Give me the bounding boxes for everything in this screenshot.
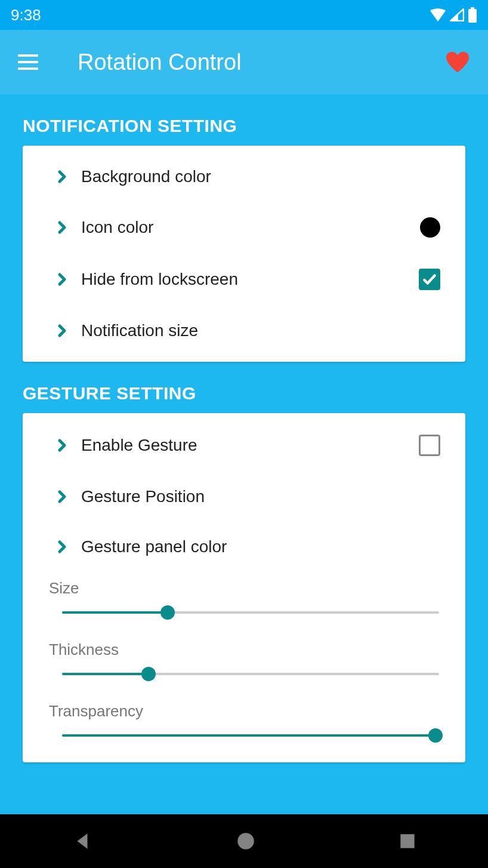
row-label: Icon color <box>81 218 420 237</box>
status-bar: 9:38 <box>0 0 488 30</box>
heart-icon[interactable] <box>445 51 470 73</box>
chevron-right-icon <box>55 324 69 338</box>
slider-thumb[interactable] <box>428 728 443 743</box>
slider-label: Size <box>49 579 439 598</box>
chevron-right-icon <box>55 170 69 184</box>
check-icon <box>422 272 437 287</box>
content: NOTIFICATION SETTING Background color Ic… <box>0 116 488 762</box>
hide-lockscreen-checkbox[interactable] <box>419 269 440 290</box>
signal-icon <box>450 8 464 21</box>
slider-fill <box>62 734 436 737</box>
svg-rect-3 <box>400 834 414 848</box>
chevron-right-icon <box>55 490 69 504</box>
section-header-notification: NOTIFICATION SETTING <box>23 116 465 136</box>
chevron-right-icon <box>55 438 69 453</box>
row-label: Notification size <box>81 321 440 340</box>
chevron-right-icon <box>55 272 69 287</box>
back-button[interactable] <box>72 831 92 851</box>
app-title: Rotation Control <box>78 50 445 75</box>
slider-thumb[interactable] <box>160 605 175 620</box>
row-background-color[interactable]: Background color <box>23 152 465 202</box>
menu-button[interactable] <box>18 50 42 74</box>
svg-rect-1 <box>468 9 477 23</box>
enable-gesture-checkbox[interactable] <box>419 435 440 456</box>
slider-label: Transparency <box>49 702 439 721</box>
row-label: Gesture panel color <box>81 537 440 556</box>
slider-transparency[interactable] <box>62 729 439 742</box>
recent-button[interactable] <box>399 833 416 849</box>
battery-icon <box>468 7 477 23</box>
row-icon-color[interactable]: Icon color <box>23 202 465 253</box>
slider-thumb[interactable] <box>141 667 156 681</box>
row-gesture-position[interactable]: Gesture Position <box>23 472 465 522</box>
slider-transparency-group: Transparency <box>23 695 465 756</box>
row-gesture-panel-color[interactable]: Gesture panel color <box>23 522 465 572</box>
row-label: Enable Gesture <box>81 436 419 455</box>
chevron-right-icon <box>55 220 69 235</box>
notification-card: Background color Icon color Hide from lo… <box>23 146 465 362</box>
slider-thickness-group: Thickness <box>23 633 465 695</box>
row-hide-lockscreen[interactable]: Hide from lockscreen <box>23 253 465 306</box>
row-label: Gesture Position <box>81 487 440 506</box>
row-notification-size[interactable]: Notification size <box>23 306 465 356</box>
row-label: Hide from lockscreen <box>81 270 419 289</box>
svg-point-2 <box>237 833 254 849</box>
slider-size-group: Size <box>23 572 465 633</box>
slider-thickness[interactable] <box>62 667 439 681</box>
slider-fill <box>62 673 149 675</box>
status-time: 9:38 <box>11 6 41 24</box>
row-enable-gesture[interactable]: Enable Gesture <box>23 419 465 472</box>
wifi-icon <box>430 8 446 21</box>
gesture-card: Enable Gesture Gesture Position Gesture … <box>23 413 465 762</box>
svg-rect-0 <box>471 7 474 9</box>
status-icons <box>430 7 477 23</box>
app-bar: Rotation Control <box>0 30 488 94</box>
row-label: Background color <box>81 167 440 186</box>
slider-label: Thickness <box>49 641 439 659</box>
slider-fill <box>62 611 168 614</box>
navigation-bar <box>0 814 488 868</box>
section-header-gesture: GESTURE SETTING <box>23 383 465 404</box>
chevron-right-icon <box>55 540 69 554</box>
home-button[interactable] <box>237 832 255 850</box>
slider-size[interactable] <box>62 606 439 619</box>
icon-color-swatch <box>420 217 440 238</box>
